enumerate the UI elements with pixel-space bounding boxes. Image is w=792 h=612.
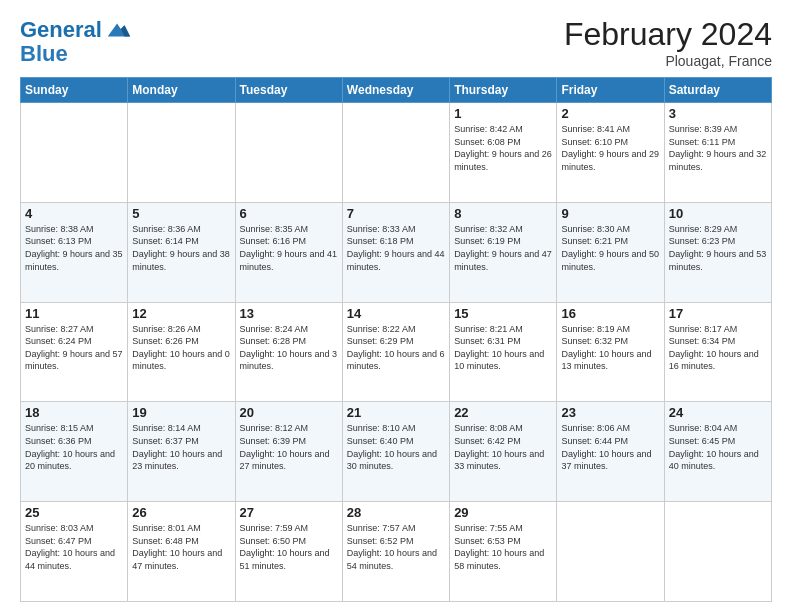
table-row: 27Sunrise: 7:59 AM Sunset: 6:50 PM Dayli… — [235, 502, 342, 602]
day-info: Sunrise: 8:33 AM Sunset: 6:18 PM Dayligh… — [347, 223, 445, 273]
day-number: 20 — [240, 405, 338, 420]
table-row: 13Sunrise: 8:24 AM Sunset: 6:28 PM Dayli… — [235, 302, 342, 402]
table-row: 19Sunrise: 8:14 AM Sunset: 6:37 PM Dayli… — [128, 402, 235, 502]
table-row: 24Sunrise: 8:04 AM Sunset: 6:45 PM Dayli… — [664, 402, 771, 502]
table-row: 20Sunrise: 8:12 AM Sunset: 6:39 PM Dayli… — [235, 402, 342, 502]
day-info: Sunrise: 8:35 AM Sunset: 6:16 PM Dayligh… — [240, 223, 338, 273]
day-number: 29 — [454, 505, 552, 520]
table-row: 7Sunrise: 8:33 AM Sunset: 6:18 PM Daylig… — [342, 202, 449, 302]
day-number: 5 — [132, 206, 230, 221]
day-number: 11 — [25, 306, 123, 321]
table-row: 28Sunrise: 7:57 AM Sunset: 6:52 PM Dayli… — [342, 502, 449, 602]
col-friday: Friday — [557, 78, 664, 103]
day-info: Sunrise: 7:59 AM Sunset: 6:50 PM Dayligh… — [240, 522, 338, 572]
table-row: 12Sunrise: 8:26 AM Sunset: 6:26 PM Dayli… — [128, 302, 235, 402]
table-row: 26Sunrise: 8:01 AM Sunset: 6:48 PM Dayli… — [128, 502, 235, 602]
calendar-week-row: 25Sunrise: 8:03 AM Sunset: 6:47 PM Dayli… — [21, 502, 772, 602]
month-title: February 2024 — [564, 16, 772, 53]
table-row — [235, 103, 342, 203]
day-number: 12 — [132, 306, 230, 321]
col-monday: Monday — [128, 78, 235, 103]
logo-text: General — [20, 18, 102, 42]
day-number: 24 — [669, 405, 767, 420]
table-row: 9Sunrise: 8:30 AM Sunset: 6:21 PM Daylig… — [557, 202, 664, 302]
calendar-week-row: 4Sunrise: 8:38 AM Sunset: 6:13 PM Daylig… — [21, 202, 772, 302]
calendar-table: Sunday Monday Tuesday Wednesday Thursday… — [20, 77, 772, 602]
day-info: Sunrise: 8:19 AM Sunset: 6:32 PM Dayligh… — [561, 323, 659, 373]
table-row: 6Sunrise: 8:35 AM Sunset: 6:16 PM Daylig… — [235, 202, 342, 302]
calendar-week-row: 11Sunrise: 8:27 AM Sunset: 6:24 PM Dayli… — [21, 302, 772, 402]
day-info: Sunrise: 8:12 AM Sunset: 6:39 PM Dayligh… — [240, 422, 338, 472]
col-thursday: Thursday — [450, 78, 557, 103]
table-row — [342, 103, 449, 203]
logo: General Blue — [20, 16, 132, 66]
day-info: Sunrise: 8:14 AM Sunset: 6:37 PM Dayligh… — [132, 422, 230, 472]
calendar-week-row: 1Sunrise: 8:42 AM Sunset: 6:08 PM Daylig… — [21, 103, 772, 203]
table-row — [21, 103, 128, 203]
table-row: 29Sunrise: 7:55 AM Sunset: 6:53 PM Dayli… — [450, 502, 557, 602]
page: General Blue February 2024 Plouagat, Fra… — [0, 0, 792, 612]
day-number: 4 — [25, 206, 123, 221]
day-number: 16 — [561, 306, 659, 321]
table-row — [664, 502, 771, 602]
day-number: 8 — [454, 206, 552, 221]
table-row: 1Sunrise: 8:42 AM Sunset: 6:08 PM Daylig… — [450, 103, 557, 203]
day-info: Sunrise: 7:55 AM Sunset: 6:53 PM Dayligh… — [454, 522, 552, 572]
table-row: 2Sunrise: 8:41 AM Sunset: 6:10 PM Daylig… — [557, 103, 664, 203]
day-info: Sunrise: 8:01 AM Sunset: 6:48 PM Dayligh… — [132, 522, 230, 572]
table-row: 25Sunrise: 8:03 AM Sunset: 6:47 PM Dayli… — [21, 502, 128, 602]
table-row: 8Sunrise: 8:32 AM Sunset: 6:19 PM Daylig… — [450, 202, 557, 302]
table-row — [557, 502, 664, 602]
table-row — [128, 103, 235, 203]
day-number: 10 — [669, 206, 767, 221]
day-info: Sunrise: 8:27 AM Sunset: 6:24 PM Dayligh… — [25, 323, 123, 373]
day-info: Sunrise: 8:22 AM Sunset: 6:29 PM Dayligh… — [347, 323, 445, 373]
day-number: 27 — [240, 505, 338, 520]
table-row: 11Sunrise: 8:27 AM Sunset: 6:24 PM Dayli… — [21, 302, 128, 402]
day-number: 14 — [347, 306, 445, 321]
day-info: Sunrise: 8:32 AM Sunset: 6:19 PM Dayligh… — [454, 223, 552, 273]
day-number: 15 — [454, 306, 552, 321]
header: General Blue February 2024 Plouagat, Fra… — [20, 16, 772, 69]
day-info: Sunrise: 8:39 AM Sunset: 6:11 PM Dayligh… — [669, 123, 767, 173]
location: Plouagat, France — [564, 53, 772, 69]
table-row: 18Sunrise: 8:15 AM Sunset: 6:36 PM Dayli… — [21, 402, 128, 502]
table-row: 23Sunrise: 8:06 AM Sunset: 6:44 PM Dayli… — [557, 402, 664, 502]
day-number: 17 — [669, 306, 767, 321]
day-number: 9 — [561, 206, 659, 221]
day-info: Sunrise: 7:57 AM Sunset: 6:52 PM Dayligh… — [347, 522, 445, 572]
day-info: Sunrise: 8:38 AM Sunset: 6:13 PM Dayligh… — [25, 223, 123, 273]
day-number: 22 — [454, 405, 552, 420]
day-number: 25 — [25, 505, 123, 520]
table-row: 21Sunrise: 8:10 AM Sunset: 6:40 PM Dayli… — [342, 402, 449, 502]
day-info: Sunrise: 8:29 AM Sunset: 6:23 PM Dayligh… — [669, 223, 767, 273]
col-tuesday: Tuesday — [235, 78, 342, 103]
logo-icon — [104, 16, 132, 44]
day-number: 26 — [132, 505, 230, 520]
table-row: 4Sunrise: 8:38 AM Sunset: 6:13 PM Daylig… — [21, 202, 128, 302]
col-sunday: Sunday — [21, 78, 128, 103]
day-info: Sunrise: 8:24 AM Sunset: 6:28 PM Dayligh… — [240, 323, 338, 373]
day-info: Sunrise: 8:15 AM Sunset: 6:36 PM Dayligh… — [25, 422, 123, 472]
day-info: Sunrise: 8:06 AM Sunset: 6:44 PM Dayligh… — [561, 422, 659, 472]
day-info: Sunrise: 8:08 AM Sunset: 6:42 PM Dayligh… — [454, 422, 552, 472]
col-wednesday: Wednesday — [342, 78, 449, 103]
day-number: 21 — [347, 405, 445, 420]
table-row: 14Sunrise: 8:22 AM Sunset: 6:29 PM Dayli… — [342, 302, 449, 402]
table-row: 5Sunrise: 8:36 AM Sunset: 6:14 PM Daylig… — [128, 202, 235, 302]
title-block: February 2024 Plouagat, France — [564, 16, 772, 69]
day-number: 28 — [347, 505, 445, 520]
day-info: Sunrise: 8:26 AM Sunset: 6:26 PM Dayligh… — [132, 323, 230, 373]
day-number: 3 — [669, 106, 767, 121]
day-info: Sunrise: 8:36 AM Sunset: 6:14 PM Dayligh… — [132, 223, 230, 273]
day-number: 7 — [347, 206, 445, 221]
day-number: 18 — [25, 405, 123, 420]
day-info: Sunrise: 8:42 AM Sunset: 6:08 PM Dayligh… — [454, 123, 552, 173]
day-info: Sunrise: 8:17 AM Sunset: 6:34 PM Dayligh… — [669, 323, 767, 373]
calendar-header-row: Sunday Monday Tuesday Wednesday Thursday… — [21, 78, 772, 103]
day-number: 19 — [132, 405, 230, 420]
day-number: 23 — [561, 405, 659, 420]
day-info: Sunrise: 8:21 AM Sunset: 6:31 PM Dayligh… — [454, 323, 552, 373]
table-row: 22Sunrise: 8:08 AM Sunset: 6:42 PM Dayli… — [450, 402, 557, 502]
day-info: Sunrise: 8:10 AM Sunset: 6:40 PM Dayligh… — [347, 422, 445, 472]
